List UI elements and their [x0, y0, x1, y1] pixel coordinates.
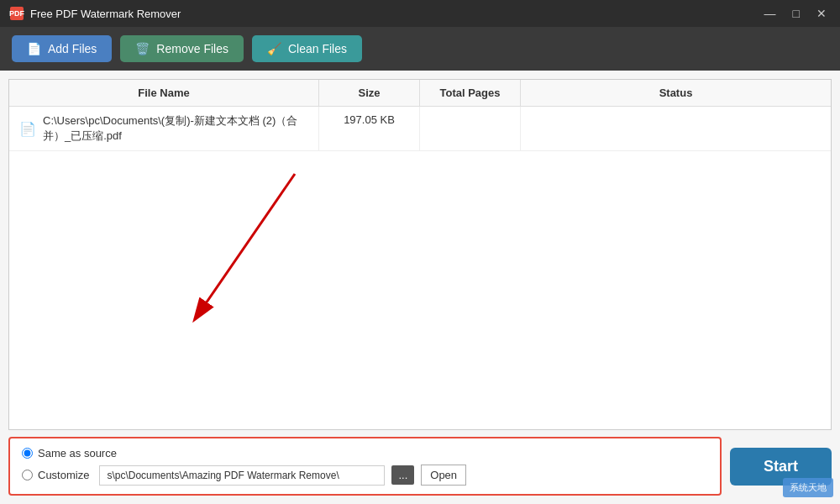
same-as-source-text: Same as source: [38, 447, 117, 459]
open-button[interactable]: Open: [421, 465, 466, 486]
customize-label[interactable]: Customize: [22, 469, 89, 481]
close-button[interactable]: ✕: [813, 5, 830, 22]
same-as-source-row: Same as source: [22, 447, 708, 459]
watermark-logo: 系统天地: [783, 478, 833, 497]
app-title: Free PDF Watermark Remover: [30, 8, 761, 20]
table-header: File Name Size Total Pages Status: [9, 80, 831, 107]
file-status: [521, 107, 831, 150]
customize-radio[interactable]: [22, 470, 33, 480]
maximize-button[interactable]: □: [790, 5, 803, 22]
table-body: 📄 C:\Users\pc\Documents\(复制)-新建文本文档 (2)（…: [9, 107, 831, 429]
customize-row: Customize ... Open: [22, 465, 708, 486]
title-bar: PDF Free PDF Watermark Remover — □ ✕: [0, 0, 840, 27]
clean-files-button[interactable]: 🧹 Clean Files: [252, 35, 362, 62]
window-controls: — □ ✕: [761, 5, 830, 22]
browse-button[interactable]: ...: [391, 465, 414, 485]
clean-files-icon: 🧹: [267, 42, 281, 55]
output-path-input[interactable]: [99, 465, 385, 486]
add-files-button[interactable]: 📄 Add Files: [12, 35, 112, 62]
add-files-label: Add Files: [48, 42, 97, 55]
file-size: 197.05 KB: [319, 107, 420, 150]
output-options: Same as source Customize ... Open: [8, 437, 722, 496]
same-as-source-radio[interactable]: [22, 448, 33, 459]
col-filename: File Name: [9, 80, 319, 106]
add-files-icon: 📄: [27, 42, 41, 55]
remove-files-button[interactable]: 🗑️ Remove Files: [120, 35, 244, 62]
minimize-button[interactable]: —: [761, 5, 780, 22]
app-icon: PDF: [10, 7, 24, 20]
svg-line-1: [202, 174, 295, 308]
file-name-cell: 📄 C:\Users\pc\Documents\(复制)-新建文本文档 (2)（…: [9, 107, 319, 150]
file-icon: 📄: [19, 121, 36, 137]
file-total-pages: [420, 107, 521, 150]
col-size: Size: [319, 80, 420, 106]
col-status: Status: [521, 80, 831, 106]
remove-files-icon: 🗑️: [135, 42, 150, 55]
arrow-annotation: [160, 157, 328, 344]
customize-text: Customize: [38, 469, 89, 481]
remove-files-label: Remove Files: [156, 42, 228, 55]
file-table: File Name Size Total Pages Status 📄 C:\U…: [8, 79, 832, 430]
toolbar: 📄 Add Files 🗑️ Remove Files 🧹 Clean File…: [0, 27, 840, 71]
file-name: C:\Users\pc\Documents\(复制)-新建文本文档 (2)（合并…: [43, 113, 308, 144]
same-as-source-label[interactable]: Same as source: [22, 447, 117, 459]
table-row[interactable]: 📄 C:\Users\pc\Documents\(复制)-新建文本文档 (2)（…: [9, 107, 831, 151]
options-and-start: Same as source Customize ... Open Start: [8, 437, 832, 496]
col-totalpages: Total Pages: [420, 80, 521, 106]
main-content: File Name Size Total Pages Status 📄 C:\U…: [0, 71, 840, 504]
clean-files-label: Clean Files: [288, 42, 347, 55]
